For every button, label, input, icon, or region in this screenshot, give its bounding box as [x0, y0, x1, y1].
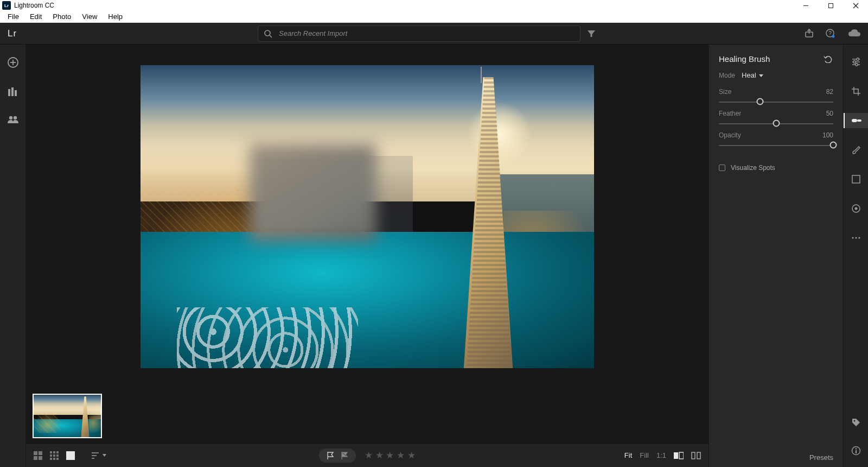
more-icon[interactable] — [844, 230, 869, 245]
before-after-icon[interactable] — [674, 452, 684, 459]
svg-rect-28 — [53, 455, 55, 457]
svg-rect-27 — [50, 455, 52, 457]
healing-brush-panel: Healing Brush Mode Heal Size82 Feather50… — [709, 45, 843, 467]
svg-marker-6 — [588, 30, 595, 37]
svg-rect-30 — [50, 458, 52, 460]
radial-gradient-icon[interactable] — [844, 201, 869, 216]
mode-label: Mode — [719, 72, 735, 79]
size-value[interactable]: 82 — [826, 88, 833, 96]
filmstrip-thumbnail[interactable] — [33, 394, 102, 438]
menu-help[interactable]: Help — [103, 11, 128, 22]
svg-rect-39 — [674, 452, 678, 459]
flag-reject-icon[interactable] — [341, 451, 348, 460]
zoom-1-1[interactable]: 1:1 — [656, 451, 666, 459]
svg-rect-23 — [39, 456, 42, 460]
show-original-icon[interactable] — [691, 452, 701, 459]
window-minimize-button[interactable] — [793, 0, 818, 11]
svg-rect-17 — [15, 90, 17, 96]
rating-stars[interactable]: ★ ★ ★ ★ ★ — [365, 450, 416, 461]
visualize-spots-label: Visualize Spots — [731, 164, 775, 172]
sort-button[interactable] — [91, 452, 107, 459]
edit-sliders-icon[interactable] — [844, 54, 869, 70]
feather-value[interactable]: 50 — [826, 110, 833, 117]
view-single-icon[interactable] — [66, 451, 75, 460]
app-header: Lr ? — [0, 23, 868, 45]
window-maximize-button[interactable] — [818, 0, 843, 11]
window-close-button[interactable] — [843, 0, 868, 11]
svg-point-19 — [13, 116, 16, 119]
view-square-grid-icon[interactable] — [50, 451, 59, 460]
photo-preview — [141, 65, 594, 368]
menu-file[interactable]: File — [2, 11, 24, 22]
mode-select[interactable]: Heal — [742, 71, 764, 79]
svg-point-45 — [856, 58, 858, 60]
menubar: File Edit Photo View Help — [0, 11, 868, 23]
brush-icon[interactable] — [844, 142, 869, 157]
crop-icon[interactable] — [844, 84, 869, 99]
svg-rect-33 — [66, 451, 75, 460]
svg-point-54 — [854, 207, 857, 210]
svg-rect-52 — [852, 175, 860, 183]
svg-rect-40 — [679, 452, 684, 459]
photo-canvas[interactable] — [26, 45, 709, 389]
svg-rect-22 — [34, 456, 37, 460]
svg-point-56 — [855, 237, 857, 238]
zoom-fill[interactable]: Fill — [640, 451, 649, 459]
size-slider[interactable] — [719, 97, 833, 106]
svg-rect-42 — [697, 452, 700, 459]
presets-button[interactable]: Presets — [809, 453, 833, 462]
shared-button[interactable] — [7, 115, 19, 124]
svg-rect-26 — [56, 451, 59, 453]
flag-controls — [319, 449, 356, 463]
flag-pick-icon[interactable] — [327, 451, 334, 460]
search-input[interactable] — [278, 29, 575, 38]
opacity-slider[interactable] — [719, 140, 833, 150]
filmstrip — [26, 389, 709, 443]
checkbox-icon — [719, 165, 725, 171]
svg-rect-32 — [56, 458, 59, 460]
healing-brush-icon[interactable] — [844, 113, 869, 128]
svg-rect-21 — [39, 451, 42, 455]
menu-view[interactable]: View — [76, 11, 103, 22]
info-icon[interactable] — [844, 443, 869, 458]
filter-button[interactable] — [587, 29, 596, 38]
opacity-value[interactable]: 100 — [822, 131, 833, 139]
lightroom-logo: Lr — [8, 28, 17, 39]
menu-photo[interactable]: Photo — [47, 11, 76, 22]
edit-tool-rail — [843, 45, 868, 467]
window-titlebar: Lr Lightroom CC — [0, 0, 868, 11]
share-icon[interactable] — [805, 29, 814, 38]
panel-title: Healing Brush — [719, 54, 770, 64]
svg-rect-25 — [53, 451, 55, 453]
svg-rect-51 — [857, 119, 861, 122]
reset-icon[interactable] — [824, 55, 833, 63]
help-icon[interactable]: ? — [826, 29, 835, 39]
my-photos-button[interactable] — [8, 87, 18, 97]
svg-rect-15 — [8, 89, 10, 96]
search-icon — [264, 29, 272, 38]
feather-label: Feather — [719, 110, 741, 117]
app-icon: Lr — [2, 1, 11, 10]
opacity-label: Opacity — [719, 131, 741, 139]
feather-slider[interactable] — [719, 118, 833, 128]
bottom-toolbar: ★ ★ ★ ★ ★ Fit Fill 1:1 — [26, 443, 709, 467]
cloud-sync-icon[interactable] — [847, 29, 861, 39]
svg-text:?: ? — [828, 30, 832, 36]
svg-point-11 — [832, 35, 835, 37]
tag-icon[interactable] — [844, 415, 869, 430]
linear-gradient-icon[interactable] — [844, 172, 869, 187]
svg-rect-29 — [56, 455, 59, 457]
zoom-fit[interactable]: Fit — [624, 451, 632, 459]
svg-point-47 — [853, 61, 855, 63]
search-field[interactable] — [258, 26, 580, 42]
svg-rect-24 — [50, 451, 52, 453]
view-grid-icon[interactable] — [34, 451, 42, 460]
size-label: Size — [719, 88, 731, 96]
add-photos-button[interactable] — [7, 56, 19, 68]
window-title: Lightroom CC — [14, 2, 54, 9]
left-nav-rail — [0, 45, 26, 467]
menu-edit[interactable]: Edit — [24, 11, 47, 22]
svg-rect-61 — [856, 450, 857, 453]
visualize-spots-checkbox[interactable]: Visualize Spots — [719, 164, 833, 172]
svg-point-55 — [852, 237, 853, 238]
